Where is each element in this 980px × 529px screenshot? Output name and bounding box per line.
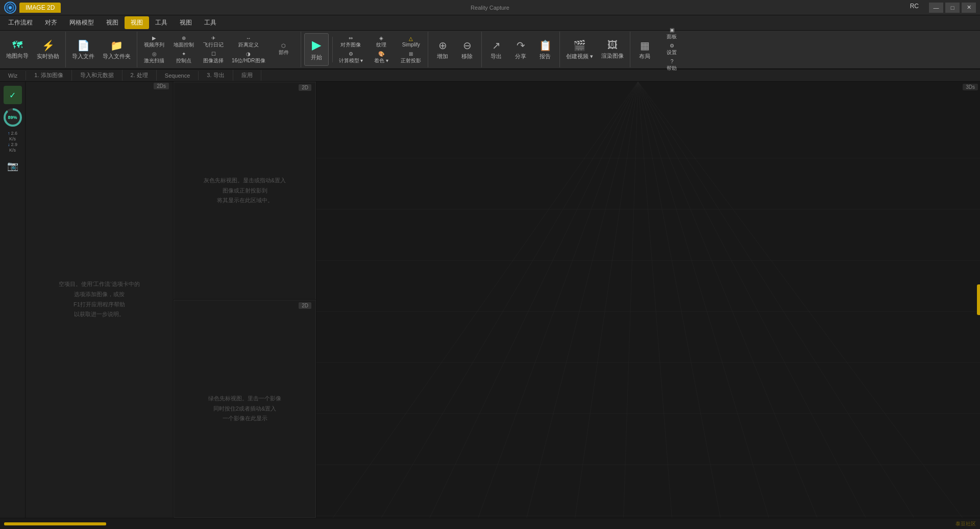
toolbar-app: ▦ 布局 ▣ 面板 ⚙ 设置 ? 帮助 bbox=[630, 32, 689, 67]
parts-icon: ⬡ bbox=[281, 43, 286, 49]
download-unit: K/s bbox=[9, 148, 16, 153]
laser-icon: ◎ bbox=[152, 51, 157, 57]
compute-model-button[interactable]: ⚙ 计算模型 ▾ bbox=[336, 50, 366, 65]
rc-label: RC bbox=[910, 3, 919, 13]
menu-mesh[interactable]: 网格模型 bbox=[63, 16, 100, 29]
import-folder-button[interactable]: 📁 导入文件夹 bbox=[100, 33, 134, 66]
create-video-button[interactable]: 🎬 创建视频 ▾ bbox=[563, 33, 596, 66]
left-sidebar: ✓ 89% ↑ 2.6 K/s ↓ 2.9 K/s 📷 bbox=[0, 82, 26, 518]
maximize-button[interactable]: □ bbox=[945, 3, 960, 13]
sep1 bbox=[332, 37, 333, 62]
color-button[interactable]: 🎨 着色 ▾ bbox=[368, 50, 395, 65]
color-icon: 🎨 bbox=[378, 51, 384, 57]
toolbar-import-data: ▶ 视频序列 ◎ 激光扫描 ⊕ 地面控制 ✦ 控制点 ✈ 飞行日记 bbox=[137, 32, 301, 67]
hdr-icon: ◑ bbox=[246, 51, 251, 57]
toolbar-export: ↗ 导出 ↷ 分享 📋 报告 bbox=[482, 32, 560, 67]
add-button[interactable]: ⊕ 增加 bbox=[431, 33, 454, 66]
map-icon: 🗺 bbox=[12, 39, 22, 51]
import-group-col3: ✈ 飞行日记 ☐ 图像选择 bbox=[200, 34, 227, 65]
texture-button[interactable]: ◈ 纹理 bbox=[368, 34, 395, 50]
ground-control-button[interactable]: ⊕ 地面控制 bbox=[170, 34, 198, 50]
minimize-button[interactable]: — bbox=[929, 3, 943, 13]
download-speed: ↓ 2.9 bbox=[8, 142, 17, 147]
map-guide-button[interactable]: 🗺 地图向导 bbox=[3, 33, 32, 66]
laser-scan-button[interactable]: ◎ 激光扫描 bbox=[140, 50, 168, 65]
process-group3: △ Simplify ⊞ 正射投影 bbox=[397, 34, 425, 65]
remove-icon: ⊖ bbox=[463, 39, 472, 52]
align-icon: ⇔ bbox=[349, 35, 353, 41]
control-points-button[interactable]: ✦ 控制点 bbox=[170, 50, 198, 65]
menu-align[interactable]: 对齐 bbox=[39, 16, 63, 29]
camera-btn[interactable]: 📷 bbox=[4, 157, 22, 175]
distance-define-button[interactable]: ↔ 距离定义 bbox=[229, 34, 268, 50]
grid-canvas bbox=[316, 82, 980, 518]
help-button[interactable]: ? 帮助 bbox=[658, 58, 685, 73]
compute-icon: ⚙ bbox=[349, 51, 353, 57]
remove-button[interactable]: ⊖ 移除 bbox=[456, 33, 478, 66]
bottom-2d-panel: 2D 绿色先标视图。里击一个影像 同时按住2或者插动&置入 一个影像在此显示 bbox=[174, 300, 316, 518]
ortho-icon: ⊞ bbox=[409, 51, 413, 57]
ground-icon: ⊕ bbox=[182, 35, 186, 41]
process-group2: ◈ 纹理 🎨 着色 ▾ bbox=[368, 34, 395, 65]
scroll-indicator[interactable] bbox=[977, 284, 980, 315]
export-button[interactable]: ↗ 导出 bbox=[485, 33, 507, 66]
render-image-button[interactable]: 🖼 渲染图像 bbox=[598, 33, 627, 66]
workflow-import-data[interactable]: 导入和元数据 bbox=[72, 70, 122, 81]
start-icon: ▶ bbox=[312, 38, 321, 52]
workflow-process[interactable]: 2. 处理 bbox=[122, 70, 157, 81]
video-sequence-button[interactable]: ▶ 视频序列 bbox=[140, 34, 168, 50]
top-panel-hint: 灰色先标视图。显击或指动&置入 图像或正射投影到 将其显示在此区域中。 bbox=[204, 176, 286, 206]
progress-circle[interactable]: 89% bbox=[4, 108, 22, 127]
settings-button[interactable]: ⚙ 设置 bbox=[658, 42, 685, 57]
left-panel: 2Ds 空项目。使用'工作流'选项卡中的 选项添加图像，或按 F1打开应用程序帮… bbox=[26, 82, 174, 518]
flight-diary-button[interactable]: ✈ 飞行日记 bbox=[200, 34, 227, 50]
left-panel-label: 2Ds bbox=[154, 83, 169, 89]
check-status-btn[interactable]: ✓ bbox=[4, 86, 22, 104]
panel-button[interactable]: ▣ 面板 bbox=[658, 26, 685, 41]
menu-tools1[interactable]: 工具 bbox=[149, 16, 174, 29]
add-icon: ⊕ bbox=[438, 39, 447, 52]
workflow-app[interactable]: 应用 bbox=[233, 70, 261, 81]
top-panel-label: 2D bbox=[299, 84, 311, 91]
align-images-button[interactable]: ⇔ 对齐图像 bbox=[336, 34, 366, 50]
close-button[interactable]: ✕ bbox=[962, 3, 976, 13]
import-file-button[interactable]: 📄 导入文件 bbox=[69, 33, 97, 66]
import-group-col1: ▶ 视频序列 ◎ 激光扫描 bbox=[140, 34, 168, 65]
menu-view3[interactable]: 视图 bbox=[174, 16, 198, 29]
bottom-panel-label: 2D bbox=[299, 302, 311, 309]
parts-button[interactable]: ⬡ 部件 bbox=[270, 42, 298, 57]
workflow-sequence[interactable]: Sequence bbox=[157, 71, 199, 80]
workflow-add-images[interactable]: 1. 添加图像 bbox=[26, 70, 71, 81]
title-bar: IMAGE 2D Reality Capture RC — □ ✕ bbox=[0, 0, 980, 15]
control-icon: ✦ bbox=[182, 51, 186, 57]
imgsel-icon: ☐ bbox=[211, 51, 216, 57]
layout-icon: ▦ bbox=[640, 39, 650, 52]
hdr-images-button[interactable]: ◑ 16位/HDR图像 bbox=[229, 50, 268, 65]
tab-image2d[interactable]: IMAGE 2D bbox=[19, 3, 61, 13]
speed-indicator: ↑ 2.6 K/s ↓ 2.9 K/s bbox=[8, 131, 17, 153]
menu-tools2[interactable]: 工具 bbox=[198, 16, 223, 29]
menu-view1[interactable]: 视图 bbox=[100, 16, 125, 29]
share-icon: ↷ bbox=[517, 39, 525, 52]
workflow-bar: Wiz 1. 添加图像 导入和元数据 2. 处理 Sequence 3. 导出 … bbox=[0, 69, 980, 82]
workflow-export[interactable]: 3. 导出 bbox=[199, 70, 233, 81]
share-button[interactable]: ↷ 分享 bbox=[509, 33, 532, 66]
3d-viewport[interactable]: 3Ds bbox=[316, 82, 980, 518]
realtime-assist-button[interactable]: ⚡ 实时协助 bbox=[34, 33, 62, 66]
texture-icon: ◈ bbox=[379, 35, 383, 41]
video-icon: ▶ bbox=[152, 35, 156, 41]
workflow-wiz[interactable]: Wiz bbox=[0, 71, 26, 80]
menu-view2[interactable]: 视图 bbox=[125, 16, 149, 29]
top-2d-panel: 2D 灰色先标视图。显击或指动&置入 图像或正射投影到 将其显示在此区域中。 bbox=[174, 82, 316, 300]
menu-workflow[interactable]: 工作流程 bbox=[2, 16, 39, 29]
bottom-panel-hint: 绿色先标视图。里击一个影像 同时按住2或者插动&置入 一个影像在此显示 bbox=[208, 394, 281, 424]
ortho-button[interactable]: ⊞ 正射投影 bbox=[397, 50, 425, 65]
layout-button[interactable]: ▦ 布局 bbox=[633, 33, 656, 66]
simplify-button[interactable]: △ Simplify bbox=[397, 34, 425, 50]
start-button[interactable]: ▶ 开始 bbox=[304, 33, 329, 66]
title-bar-left: IMAGE 2D bbox=[4, 2, 61, 14]
image-select-button[interactable]: ☐ 图像选择 bbox=[200, 50, 227, 65]
report-button[interactable]: 📋 报告 bbox=[534, 33, 556, 66]
import-group-col2: ⊕ 地面控制 ✦ 控制点 bbox=[170, 34, 198, 65]
app-logo bbox=[4, 2, 16, 14]
